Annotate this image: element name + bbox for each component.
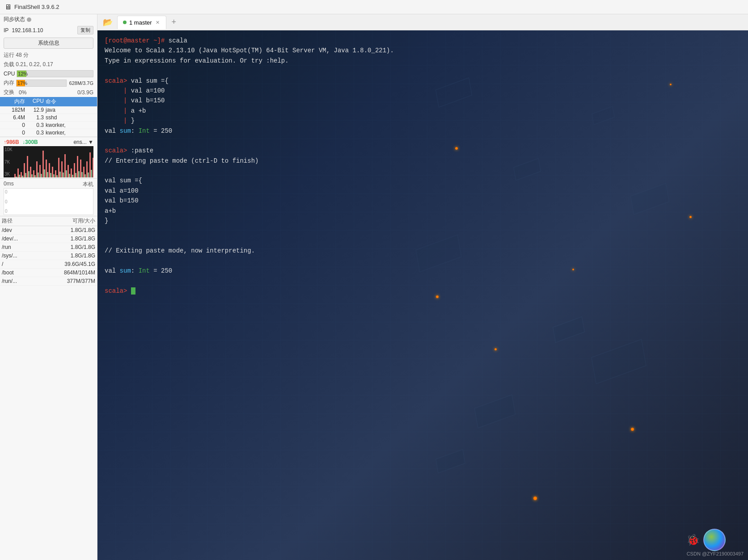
disk-table-body: /dev 1.8G/1.8G /dev/... 1.8G/1.8G /run 1… [0, 226, 97, 286]
net-bar-pair [33, 170, 36, 177]
proc-mem: 6.4M [2, 114, 25, 121]
disk-row[interactable]: /run/... 377M/377M [0, 277, 97, 286]
uptime-row: 运行 48 分 [0, 51, 97, 60]
mem-bar-fill: 17% [17, 80, 25, 86]
disk-row[interactable]: / 39.6G/45.1G [0, 260, 97, 269]
proc-col-cpu-header: CPU [25, 98, 44, 105]
process-row[interactable]: 6.4M 1.3 sshd [0, 114, 97, 122]
net-bar-down [16, 177, 17, 177]
net-bar-pair [46, 160, 48, 177]
latency-header: 0ms 本机 [4, 181, 93, 188]
tab-master[interactable]: 1 master ✕ [117, 16, 166, 29]
proc-cmd: java [44, 107, 95, 113]
mem-label: 内存 [4, 79, 14, 87]
disk-path: /dev/... [2, 236, 29, 242]
net-bar-down [41, 174, 42, 177]
term-line-13: val b=150 [105, 196, 741, 206]
disk-path: /sys/... [2, 253, 29, 259]
sync-label: 同步状态 [4, 16, 25, 23]
net-dropdown-icon[interactable]: ▼ [88, 139, 93, 145]
tab-bar: 📂 1 master ✕ + [97, 14, 748, 30]
process-row[interactable]: 182M 12.9 java [0, 106, 97, 114]
net-bar-pair [86, 161, 89, 177]
terminal[interactable]: [root@master ~]# scala Welcome to Scala … [97, 30, 748, 560]
app-icon: 🖥 [4, 3, 12, 11]
proc-cmd: kworker, [44, 130, 95, 136]
net-bar-pair [58, 158, 61, 177]
net-bar-down [22, 176, 23, 177]
term-blank-4 [105, 226, 741, 236]
net-label-10k: 10K [4, 147, 13, 152]
term-line-12: val a=100 [105, 186, 741, 196]
net-bar-down [69, 174, 70, 177]
sysinfo-button[interactable]: 系统信息 [4, 38, 93, 49]
ip-address: 192.168.1.10 [12, 27, 43, 34]
mem-percent: 17% [17, 80, 27, 86]
proc-col-mem-header: 内存 [2, 98, 25, 105]
tab-status-dot [123, 21, 127, 24]
term-line-5: | val a=100 [105, 86, 741, 96]
net-bar-pair [30, 167, 33, 177]
net-bar-pair [71, 168, 73, 177]
titlebar: 🖥 FinalShell 3.9.6.2 [0, 0, 748, 14]
term-blank-1 [105, 66, 741, 76]
net-bar-pair [83, 167, 86, 177]
net-y-labels: 10K 7K 3K [4, 146, 13, 177]
terminal-content: [root@master ~]# scala Welcome to Scala … [97, 30, 748, 301]
net-bar-down [63, 173, 64, 177]
term-blank-6 [105, 256, 741, 266]
ip-label: IP 192.168.1.10 [4, 27, 43, 34]
term-line-3: Type in expressions for evaluation. Or t… [105, 56, 741, 66]
net-bar-down [66, 170, 67, 177]
term-line-10: // Entering paste mode (ctrl-D to finish… [105, 156, 741, 166]
term-line-result2: val sum: Int = 250 [105, 266, 741, 276]
net-bar-pair [55, 170, 58, 177]
proc-cpu: 12.9 [25, 107, 44, 113]
net-label-3k: 3K [4, 172, 13, 177]
mem-detail: 628M/3.7G [69, 80, 93, 86]
process-row[interactable]: 0 0.3 kworker, [0, 122, 97, 129]
net-bar-pair [68, 165, 70, 177]
tab-close-button[interactable]: ✕ [155, 20, 161, 25]
disk-row[interactable]: /sys/... 1.8G/1.8G [0, 252, 97, 260]
net-bar-pair [21, 172, 23, 177]
proc-cpu: 0.3 [25, 122, 44, 128]
proc-cpu: 0.3 [25, 130, 44, 136]
disk-col-path-header: 路径 [2, 217, 29, 225]
disk-table-header: 路径 可用/大小 [0, 216, 97, 226]
net-bar-pair [74, 163, 76, 177]
disk-avail: 1.8G/1.8G [29, 244, 95, 250]
disk-section: 路径 可用/大小 /dev 1.8G/1.8G /dev/... 1.8G/1.… [0, 216, 97, 560]
proc-mem: 182M [2, 107, 25, 113]
folder-icon[interactable]: 📂 [99, 16, 116, 29]
term-blank-3 [105, 166, 741, 176]
net-bar-down [88, 173, 89, 177]
net-bar-down [31, 174, 33, 177]
add-tab-button[interactable]: + [167, 16, 181, 29]
net-bar-pair [36, 161, 39, 177]
latency-graph: 0 0 0 [4, 188, 93, 215]
process-row[interactable]: 0 0.3 kworker, [0, 129, 97, 137]
term-line-9: scala> :paste [105, 146, 741, 156]
swap-detail: 0/3.9G [77, 89, 93, 96]
disk-row[interactable]: /run 1.8G/1.8G [0, 243, 97, 252]
process-table-header: 内存 CPU 命令 [0, 97, 97, 106]
net-bar-down [38, 173, 39, 177]
net-bars [14, 146, 93, 177]
disk-row[interactable]: /dev/... 1.8G/1.8G [0, 235, 97, 243]
disk-row[interactable]: /boot 864M/1014M [0, 269, 97, 277]
disk-avail: 864M/1014M [29, 269, 95, 276]
net-bar-up [93, 158, 93, 177]
disk-row[interactable]: /dev 1.8G/1.8G [0, 226, 97, 235]
term-line-11: val sum ={ [105, 176, 741, 185]
copy-ip-button[interactable]: 复制 [77, 26, 93, 34]
disk-avail: 1.8G/1.8G [29, 253, 95, 259]
proc-cmd: kworker, [44, 122, 95, 128]
term-line-15: } [105, 216, 741, 226]
disk-avail: 1.8G/1.8G [29, 236, 95, 242]
net-bar-down [59, 172, 61, 177]
net-bar-down [91, 170, 92, 177]
latency-local: 本机 [83, 181, 93, 188]
swap-percent: 0% [19, 89, 26, 96]
net-bar-pair [42, 151, 45, 177]
